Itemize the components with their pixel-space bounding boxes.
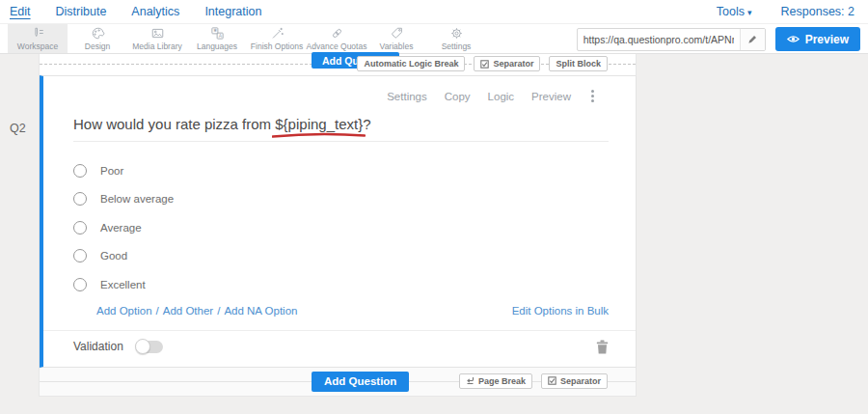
toolbar-item-label: Finish Options — [251, 41, 303, 51]
link-separator: / — [217, 305, 220, 317]
option-links-row: Add Option/Add Other/Add NA Option Edit … — [96, 305, 609, 317]
separator-chip-top[interactable]: Separator — [474, 56, 540, 71]
toolbar-item-workspace[interactable]: Workspace — [8, 24, 68, 53]
add-other-link[interactable]: Add Other — [163, 305, 213, 317]
toolbar-item-design[interactable]: Design — [68, 24, 127, 53]
answer-option-row: Poor — [73, 156, 636, 185]
top-navbar: Edit Distribute Analytics Integration To… — [0, 0, 868, 24]
add-question-button-bottom[interactable]: Add Question — [312, 372, 409, 392]
question-text-input[interactable]: How would you rate pizza from ${piping_t… — [73, 116, 609, 142]
separator-chip-bottom[interactable]: Separator — [541, 373, 608, 389]
navbar-right: Tools▾ Responses: 2 — [717, 5, 858, 18]
toolbar-item-label: Media Library — [132, 41, 182, 51]
answer-option-row: Excellent — [73, 270, 636, 299]
radio-button[interactable] — [73, 278, 87, 291]
question-copy-action[interactable]: Copy — [445, 91, 471, 102]
question-text-suffix: ? — [363, 116, 370, 132]
svg-text:A: A — [218, 34, 222, 39]
toolbar-item-advance-quotas[interactable]: Advance Quotas — [307, 24, 366, 53]
toolbar-item-label: Workspace — [17, 41, 58, 51]
toolbar-item-label: Settings — [442, 41, 472, 51]
toolbar-item-media-library[interactable]: Media Library — [127, 24, 187, 53]
eye-icon — [787, 35, 800, 43]
toolbar-item-finish-options[interactable]: Finish Options — [247, 24, 307, 53]
question-card-actions: Settings Copy Logic Preview — [43, 76, 636, 103]
svg-text:✱: ✱ — [213, 28, 217, 33]
caret-down-icon: ▾ — [747, 8, 752, 17]
responses-link[interactable]: Responses: 2 — [781, 5, 854, 18]
split-block-chip[interactable]: Split Block — [549, 56, 608, 71]
trash-icon — [596, 340, 609, 354]
answer-option-row: Good — [73, 242, 636, 271]
toolbar-item-settings[interactable]: Settings — [426, 24, 486, 53]
settings-gear-icon — [449, 26, 464, 41]
workspace-content: Q2 Add Question Automatic Logic Break Se… — [0, 54, 868, 414]
chip-label: Separator — [493, 59, 533, 69]
question-text-prefix: How would you rate pizza from — [73, 116, 275, 132]
link-separator: / — [156, 305, 159, 317]
delete-question-button[interactable] — [596, 340, 609, 354]
preview-button[interactable]: Preview — [775, 27, 860, 51]
add-option-link[interactable]: Add Option — [96, 305, 152, 317]
tools-label: Tools — [717, 5, 745, 18]
question-preview-action[interactable]: Preview — [531, 91, 571, 102]
tools-menu[interactable]: Tools▾ — [717, 5, 752, 18]
nav-tab-integration[interactable]: Integration — [204, 5, 261, 18]
toolbar-item-label: Design — [85, 41, 110, 51]
nav-tab-edit[interactable]: Edit — [10, 5, 31, 18]
red-underline-mark — [272, 131, 366, 138]
page-break-icon — [466, 376, 475, 385]
nav-tab-analytics[interactable]: Analytics — [131, 5, 179, 18]
add-option-links: Add Option/Add Other/Add NA Option — [96, 305, 297, 317]
checkbox-checked-icon — [548, 376, 556, 385]
answer-options-list: Poor Below average Average Good Excellen… — [43, 156, 636, 299]
add-na-option-link[interactable]: Add NA Option — [224, 305, 297, 317]
radio-button[interactable] — [73, 221, 87, 235]
validation-toggle[interactable] — [136, 341, 163, 353]
kebab-menu-icon[interactable] — [588, 89, 597, 103]
option-label[interactable]: Below average — [100, 193, 174, 205]
languages-icon: A✱ — [210, 26, 225, 41]
piping-token[interactable]: ${piping_text} — [275, 116, 363, 132]
option-label[interactable]: Excellent — [100, 279, 146, 290]
toolbar-item-label: Variables — [380, 41, 414, 51]
toolbar-right: Preview — [577, 27, 860, 51]
advance-quotas-chain-icon — [330, 26, 344, 41]
toolbar-item-label: Advance Quotas — [307, 41, 367, 51]
finish-options-wand-icon — [270, 26, 285, 41]
survey-url-input[interactable] — [578, 34, 740, 45]
insert-bottom-chips: Page Break Separator — [459, 373, 608, 389]
question-card-footer: Validation — [43, 330, 636, 367]
insert-row-bottom: Add Question Page Break Separator — [40, 368, 636, 396]
question-logic-action[interactable]: Logic — [488, 91, 515, 102]
edit-url-button[interactable] — [740, 29, 765, 50]
design-palette-icon — [91, 26, 105, 41]
question-settings-action[interactable]: Settings — [387, 91, 427, 102]
insert-row-top: Add Question Automatic Logic Break Separ… — [40, 54, 636, 75]
toolbar-item-languages[interactable]: A✱ Languages — [187, 24, 247, 53]
page-break-chip[interactable]: Page Break — [459, 373, 532, 389]
radio-button[interactable] — [73, 164, 87, 178]
checkbox-checked-icon — [480, 60, 489, 69]
option-label[interactable]: Good — [100, 250, 127, 262]
media-library-icon — [150, 26, 165, 41]
toggle-knob — [135, 339, 150, 354]
question-number-label: Q2 — [10, 122, 26, 135]
radio-button[interactable] — [73, 192, 87, 206]
chip-label: Automatic Logic Break — [364, 59, 458, 69]
radio-button[interactable] — [73, 249, 87, 262]
chip-label: Page Break — [478, 376, 526, 386]
preview-label: Preview — [805, 33, 849, 46]
toolbar-item-variables[interactable]: Variables — [366, 24, 426, 53]
option-label[interactable]: Poor — [100, 165, 123, 177]
chip-label: Split Block — [556, 59, 601, 69]
chip-label: Separator — [560, 376, 601, 386]
pencil-icon — [747, 34, 758, 44]
option-label[interactable]: Average — [100, 222, 142, 234]
edit-options-in-bulk-link[interactable]: Edit Options in Bulk — [512, 305, 609, 317]
nav-tab-distribute[interactable]: Distribute — [56, 5, 107, 18]
automatic-logic-break-chip[interactable]: Automatic Logic Break — [357, 56, 465, 71]
question-card: Settings Copy Logic Preview How would yo… — [40, 75, 636, 368]
survey-url-group — [577, 28, 766, 51]
piping-token-text: ${piping_text} — [275, 116, 363, 132]
